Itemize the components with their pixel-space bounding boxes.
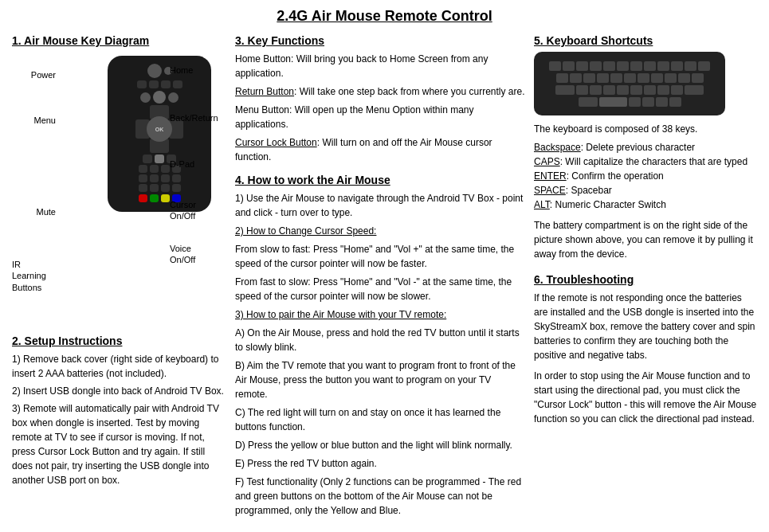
setup-text: 1) Remove back cover (right side of keyb… <box>12 352 227 487</box>
label-power: Power <box>31 70 56 80</box>
label-mute: Mute <box>37 207 56 217</box>
section3-text: Home Button: Will bring you back to Home… <box>235 52 526 164</box>
label-ir: IR LearningButtons <box>12 259 56 293</box>
section2: 2. Setup Instructions 1) Remove back cov… <box>12 334 227 487</box>
section3-heading: 3. Key Functions <box>235 34 526 47</box>
dpad: OK <box>135 105 183 153</box>
label-cursor: CursorOn/Off <box>170 199 196 222</box>
section5: 5. Keyboard Shortcuts The keyboard is co… <box>534 34 757 261</box>
label-voice: VoiceOn/Off <box>170 243 195 266</box>
remote-body: OK <box>108 56 211 212</box>
section6-heading: 6. Troubleshooting <box>534 273 757 286</box>
remote-diagram: Power Menu Mute IR LearningButtons <box>12 52 227 327</box>
page-title: 2.4G Air Mouse Remote Control <box>12 8 757 25</box>
section4: 4. How to work the Air Mouse 1) Use the … <box>235 174 526 518</box>
section5-heading: 5. Keyboard Shortcuts <box>534 34 757 47</box>
section6: 6. Troubleshooting If the remote is not … <box>534 273 757 426</box>
section4-heading: 4. How to work the Air Mouse <box>235 174 526 186</box>
label-dpad: D-Pad <box>170 159 194 169</box>
keyboard-image <box>534 52 725 115</box>
menu-btn <box>140 92 151 103</box>
label-menu: Menu <box>33 115 56 125</box>
home-btn <box>153 91 166 104</box>
section2-heading: 2. Setup Instructions <box>12 334 227 347</box>
back-btn <box>168 92 179 103</box>
section4-text: 1) Use the Air Mouse to navigate through… <box>235 191 526 518</box>
label-back: Back/Return <box>170 113 218 123</box>
section5-text: The keyboard is composed of 38 keys. Bac… <box>534 122 757 261</box>
section6-text: If the remote is not responding once the… <box>534 291 757 426</box>
power-btn <box>147 64 162 78</box>
label-home: Home <box>170 65 193 75</box>
section1-heading: 1. Air Mouse Key Diagram <box>12 34 227 47</box>
section3: 3. Key Functions Home Button: Will bring… <box>235 34 526 164</box>
